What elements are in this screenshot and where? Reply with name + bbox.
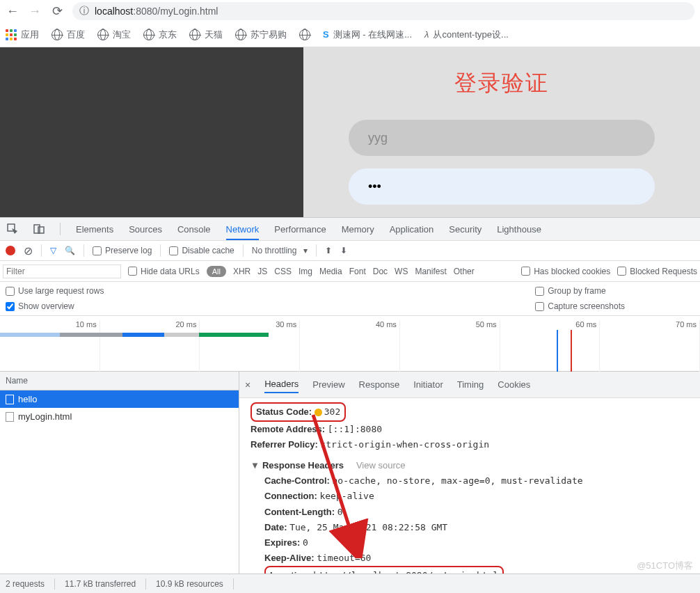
request-row-mylogin[interactable]: myLogin.html <box>0 408 239 425</box>
search-icon[interactable]: 🔍 <box>65 246 75 255</box>
bookmark-suning[interactable]: 苏宁易购 <box>235 29 287 41</box>
view-source-link[interactable]: View source <box>356 460 406 471</box>
svg-rect-2 <box>38 227 44 233</box>
timeline-marker <box>557 330 572 371</box>
detail-pane: × Headers Preview Response Initiator Tim… <box>239 372 700 578</box>
filter-css[interactable]: CSS <box>274 267 292 276</box>
detail-tab-cookies[interactable]: Cookies <box>498 377 530 393</box>
tab-application[interactable]: Application <box>390 219 434 240</box>
timeline-tick: 30 ms <box>200 320 300 372</box>
referrer-policy-row: Referrer Policy: strict-origin-when-cros… <box>250 437 689 452</box>
bookmark-blank[interactable] <box>299 29 310 40</box>
device-icon[interactable] <box>33 223 45 235</box>
detail-tab-preview[interactable]: Preview <box>312 377 344 393</box>
dark-panel <box>0 47 303 217</box>
globe-icon <box>299 29 310 40</box>
request-row-hello[interactable]: hello <box>0 390 239 408</box>
timeline-tick: 20 ms <box>100 320 200 372</box>
options-row: Use large request rows Show overview Gro… <box>0 282 700 316</box>
header-row: Expires: 0 <box>264 535 689 551</box>
download-icon[interactable]: ⬇ <box>340 246 347 255</box>
disable-cache-checkbox[interactable]: Disable cache <box>169 246 234 255</box>
tab-performance[interactable]: Performance <box>274 219 326 240</box>
status-code-row: Status Code: 302 <box>250 402 689 422</box>
bookmark-contenttype[interactable]: λ从content-type设... <box>424 29 509 41</box>
speedtest-icon: S <box>323 29 329 40</box>
name-column-header[interactable]: Name <box>0 372 239 390</box>
apps-button[interactable]: 应用 <box>6 29 39 41</box>
detail-tab-timing[interactable]: Timing <box>457 377 484 393</box>
url-text: localhost:8080/myLogin.html <box>95 6 218 17</box>
password-input[interactable] <box>349 168 655 205</box>
filter-img[interactable]: Img <box>299 267 312 276</box>
filter-font[interactable]: Font <box>349 267 366 276</box>
remote-address-row: Remote Address: [::1]:8080 <box>250 422 689 437</box>
reload-button[interactable]: ⟳ <box>50 3 64 19</box>
header-row: Content-Length: 0 <box>264 505 689 520</box>
detail-tab-headers[interactable]: Headers <box>264 376 299 393</box>
filter-ws[interactable]: WS <box>395 267 408 276</box>
detail-tab-response[interactable]: Response <box>359 377 400 393</box>
detail-tab-initiator[interactable]: Initiator <box>413 377 443 393</box>
bookmark-tmall[interactable]: 天猫 <box>189 29 223 41</box>
back-button[interactable]: ← <box>6 4 19 19</box>
show-overview-checkbox[interactable]: Show overview <box>6 301 104 311</box>
timeline-tick: 50 ms <box>400 320 500 372</box>
header-row: Cache-Control: no-cache, no-store, max-a… <box>264 473 689 489</box>
request-list: Name hello myLogin.html <box>0 372 239 578</box>
clear-icon[interactable]: ⊘ <box>24 244 33 258</box>
tab-security[interactable]: Security <box>449 219 482 240</box>
login-panel: 登录验证 <box>303 47 700 217</box>
bookmark-speedtest[interactable]: S测速网 - 在线网速... <box>323 29 412 41</box>
preserve-log-checkbox[interactable]: Preserve log <box>93 246 152 255</box>
filter-input[interactable] <box>3 264 121 278</box>
filter-js[interactable]: JS <box>257 267 267 276</box>
username-input[interactable] <box>349 120 655 156</box>
hide-data-urls-checkbox[interactable]: Hide data URLs <box>128 267 200 276</box>
status-dot-icon <box>315 409 322 416</box>
timeline-overview[interactable]: 10 ms 20 ms 30 ms 40 ms 50 ms 60 ms 70 m… <box>0 316 700 372</box>
bookmark-jd[interactable]: 京东 <box>143 29 177 41</box>
tab-memory[interactable]: Memory <box>342 219 374 240</box>
forward-button[interactable]: → <box>28 4 42 19</box>
bookmark-taobao[interactable]: 淘宝 <box>97 29 131 41</box>
group-by-frame-checkbox[interactable]: Group by frame <box>535 286 625 296</box>
globe-icon <box>51 29 63 40</box>
request-count: 2 requests <box>6 579 45 589</box>
filter-media[interactable]: Media <box>319 267 342 276</box>
large-rows-checkbox[interactable]: Use large request rows <box>6 286 104 296</box>
bookmark-baidu[interactable]: 百度 <box>51 29 85 41</box>
globe-icon <box>97 29 109 40</box>
filter-all[interactable]: All <box>207 266 226 277</box>
capture-screenshots-checkbox[interactable]: Capture screenshots <box>535 301 625 311</box>
tab-network[interactable]: Network <box>226 219 260 240</box>
globe-icon <box>143 29 154 40</box>
info-icon: ⓘ <box>79 5 89 17</box>
detail-tabs: × Headers Preview Response Initiator Tim… <box>239 372 700 398</box>
filter-doc[interactable]: Doc <box>373 267 388 276</box>
network-toolbar: ⊘ ▽ 🔍 Preserve log Disable cache No thro… <box>0 240 700 261</box>
filter-other[interactable]: Other <box>454 267 475 276</box>
blocked-cookies-checkbox[interactable]: Has blocked cookies <box>521 267 610 276</box>
transferred-size: 11.7 kB transferred <box>65 579 136 589</box>
tab-console[interactable]: Console <box>177 219 211 240</box>
inspect-icon[interactable] <box>7 223 18 235</box>
blocked-requests-checkbox[interactable]: Blocked Requests <box>617 267 697 276</box>
response-headers-section[interactable]: ▼Response HeadersView source <box>250 458 689 473</box>
status-footer: 2 requests 11.7 kB transferred 10.9 kB r… <box>0 574 700 593</box>
watermark: @51CTO博客 <box>637 560 693 572</box>
upload-icon[interactable]: ⬆ <box>325 246 332 255</box>
timeline-tick: 70 ms <box>600 320 700 372</box>
tab-elements[interactable]: Elements <box>76 219 113 240</box>
tab-sources[interactable]: Sources <box>129 219 162 240</box>
record-button[interactable] <box>6 246 15 255</box>
close-detail-button[interactable]: × <box>245 379 250 390</box>
filter-icon[interactable]: ▽ <box>50 246 56 255</box>
header-row: Connection: keep-alive <box>264 489 689 504</box>
tab-lighthouse[interactable]: Lighthouse <box>497 219 541 240</box>
filter-manifest[interactable]: Manifest <box>415 267 446 276</box>
apps-icon <box>6 29 17 40</box>
filter-xhr[interactable]: XHR <box>233 267 250 276</box>
address-bar[interactable]: ⓘ localhost:8080/myLogin.html <box>72 2 694 20</box>
throttling-select[interactable]: No throttling ▾ <box>252 246 308 255</box>
